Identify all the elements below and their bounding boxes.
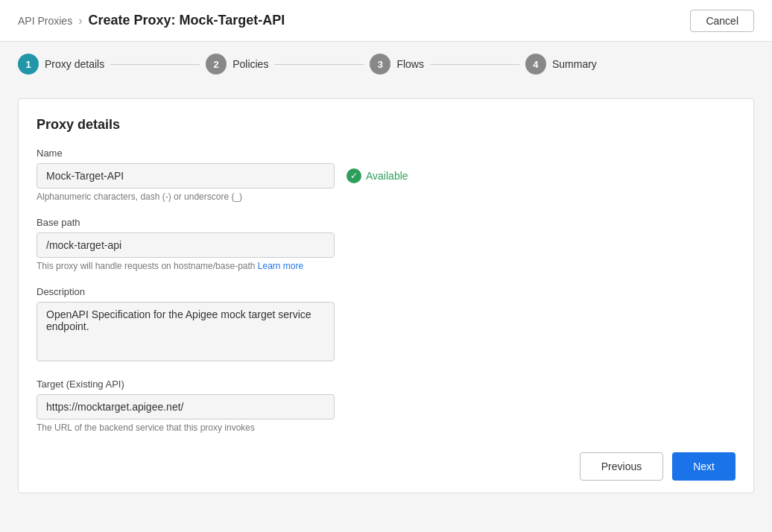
base-path-input[interactable] [37,232,335,258]
header-left: API Proxies › Create Proxy: Mock-Target-… [18,13,285,28]
header: API Proxies › Create Proxy: Mock-Target-… [0,0,772,42]
card-title: Proxy details [37,117,735,133]
step-1[interactable]: 1 Proxy details [18,54,104,75]
breadcrumb-chevron-icon: › [78,14,82,28]
target-hint: The URL of the backend service that this… [37,422,735,433]
name-label: Name [37,148,735,159]
learn-more-link[interactable]: Learn more [258,261,303,271]
step-connector-3 [430,64,519,65]
step-2-circle: 2 [206,54,227,75]
main-content: Proxy details Name ✓ Available Alphanume… [0,86,772,532]
step-2[interactable]: 2 Policies [206,54,268,75]
description-input[interactable]: OpenAPI Specification for the Apigee moc… [37,302,335,361]
footer-buttons: Previous Next [580,452,735,481]
available-badge: ✓ Available [347,168,408,183]
description-label: Description [37,286,735,297]
name-input[interactable] [37,163,335,189]
stepper: 1 Proxy details 2 Policies 3 Flows 4 Sum… [0,42,772,86]
available-label: Available [366,170,408,182]
name-hint: Alphanumeric characters, dash (-) or und… [37,191,735,202]
step-3[interactable]: 3 Flows [370,54,424,75]
base-path-hint: This proxy will handle requests on hostn… [37,261,735,271]
base-path-field-group: Base path This proxy will handle request… [37,217,735,271]
step-2-label: Policies [232,58,268,70]
step-1-label: Proxy details [45,58,104,70]
target-field-group: Target (Existing API) The URL of the bac… [37,379,735,433]
step-connector-2 [274,64,364,65]
description-field-group: Description OpenAPI Specification for th… [37,286,735,364]
step-4[interactable]: 4 Summary [525,54,597,75]
target-label: Target (Existing API) [37,379,735,390]
next-button[interactable]: Next [672,452,735,481]
step-4-label: Summary [552,58,597,70]
step-connector-1 [110,64,200,65]
step-1-circle: 1 [18,54,39,75]
step-3-circle: 3 [370,54,390,75]
base-path-label: Base path [37,217,735,228]
available-check-icon: ✓ [347,168,361,183]
step-3-label: Flows [396,58,424,70]
breadcrumb-link[interactable]: API Proxies [18,15,72,27]
target-input[interactable] [37,394,335,419]
name-row: ✓ Available [37,163,735,189]
proxy-details-card: Proxy details Name ✓ Available Alphanume… [18,98,754,493]
step-4-circle: 4 [525,54,546,75]
previous-button[interactable]: Previous [580,452,663,481]
cancel-button[interactable]: Cancel [690,10,754,32]
name-field-group: Name ✓ Available Alphanumeric characters… [37,148,735,202]
page-title: Create Proxy: Mock-Target-API [88,13,285,28]
